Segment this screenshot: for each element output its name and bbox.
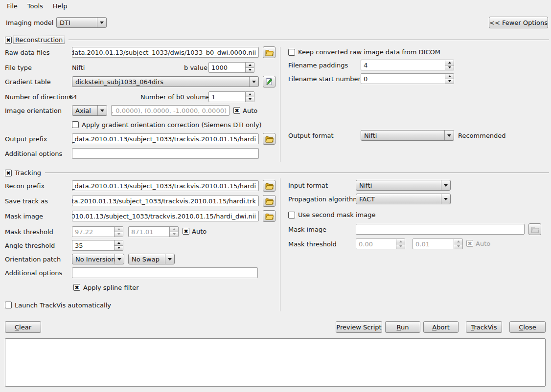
orientation-auto-checkbox[interactable]: ✖ [233, 107, 240, 114]
keep-converted-checkbox[interactable] [288, 49, 295, 56]
imaging-model-value: DTI [57, 19, 97, 26]
tracking-group-line [45, 173, 549, 173]
second-mask-image-label: Mask image [288, 226, 326, 233]
folder-icon [265, 49, 274, 56]
chevron-down-icon [115, 254, 124, 264]
spin-down-icon[interactable] [246, 97, 254, 102]
check-mark: ✖ [74, 285, 79, 290]
second-mask-threshold-high-value: 0.01 [413, 239, 454, 249]
file-type-label: File type [5, 64, 32, 71]
image-orientation-value: Axial [72, 107, 97, 114]
second-mask-image-input[interactable] [356, 224, 525, 235]
spin-up-icon [454, 239, 462, 244]
raw-data-files-value: st_data.2010.01.13/subject_1033/dwis/103… [72, 49, 256, 56]
tracking-enable-checkbox[interactable]: ✖ [5, 170, 12, 176]
swap-value: No Swap [129, 256, 165, 263]
trackvis-button-label: TrackVis [471, 324, 497, 331]
tracking-additional-options-input[interactable] [72, 267, 258, 278]
second-mask-threshold-auto-label: Auto [476, 240, 490, 247]
apply-spline-filter-checkbox[interactable]: ✖ [73, 284, 80, 291]
propagation-algorithm-select[interactable]: FACT [356, 194, 451, 204]
output-prefix-input[interactable]: st_data.2010.01.13/subject_1033/trackvis… [72, 133, 259, 144]
output-prefix-label: Output prefix [5, 135, 47, 143]
gradient-table-select[interactable]: dickstein_subj1033_064dirs [72, 76, 259, 87]
spin-up-icon [170, 227, 178, 232]
chevron-down-icon [444, 131, 454, 140]
gradient-table-edit-button[interactable] [263, 76, 276, 87]
spin-up-icon[interactable] [445, 74, 454, 79]
spin-down-icon[interactable] [115, 246, 123, 251]
keep-converted-label: Keep converted raw image data from DICOM [298, 48, 440, 56]
trackvis-button[interactable]: TrackVis [466, 321, 502, 333]
abort-button[interactable]: Abort [423, 321, 459, 333]
swap-select[interactable]: No Swap [128, 254, 175, 264]
use-second-mask-checkbox[interactable] [288, 212, 295, 218]
mask-image-input[interactable]: .2010.01.13/subject_1033/trackvis.2010.0… [72, 211, 259, 221]
preview-script-button[interactable]: Preview Script [336, 321, 382, 333]
mask-image-value: .2010.01.13/subject_1033/trackvis.2010.0… [72, 213, 256, 220]
inversion-select[interactable]: No Inversion [72, 254, 124, 264]
save-track-as-input[interactable]: ata.2010.01.13/subject_1033/trackvis.201… [72, 196, 259, 206]
save-track-as-value: ata.2010.01.13/subject_1033/trackvis.201… [72, 197, 256, 205]
spin-down-icon[interactable] [445, 65, 454, 70]
raw-data-files-browse-button[interactable] [263, 46, 276, 58]
propagation-algorithm-value: FACT [356, 196, 441, 203]
spin-up-icon[interactable] [246, 92, 254, 97]
apply-spline-filter-label: Apply spline filter [83, 284, 139, 291]
recon-prefix-input[interactable]: st_data.2010.01.13/subject_1033/trackvis… [72, 180, 259, 191]
reconstruction-group-line [69, 40, 549, 40]
spin-up-icon[interactable] [445, 60, 454, 65]
recon-additional-options-input[interactable] [72, 148, 259, 159]
spin-down-icon[interactable] [246, 68, 254, 73]
raw-data-files-input[interactable]: st_data.2010.01.13/subject_1033/dwis/103… [72, 47, 259, 58]
filename-paddings-spinner[interactable]: 4 [361, 60, 454, 70]
mask-threshold-auto-checkbox[interactable]: ✖ [183, 228, 189, 235]
spin-down-icon[interactable] [445, 79, 454, 84]
b-value-spinner[interactable]: 1000 [208, 62, 254, 73]
orientation-auto-label: Auto [243, 107, 257, 114]
clear-button-label: Clear [15, 324, 31, 331]
menu-file[interactable]: File [2, 1, 23, 11]
spin-up-icon[interactable] [246, 63, 254, 68]
filename-start-number-spinner[interactable]: 0 [361, 73, 454, 84]
output-format-select[interactable]: Nifti [361, 130, 454, 141]
check-mark: ✖ [184, 229, 188, 234]
second-mask-image-browse-button [528, 223, 541, 235]
b-value-label: b value [184, 64, 207, 71]
inversion-value: No Inversion [72, 256, 115, 263]
imaging-model-select[interactable]: DTI [56, 17, 107, 28]
reconstruction-enable-checkbox[interactable]: ✖ [5, 37, 12, 44]
recon-prefix-value: st_data.2010.01.13/subject_1033/trackvis… [72, 182, 256, 190]
output-prefix-browse-button[interactable] [263, 133, 276, 145]
chevron-down-icon [165, 254, 174, 264]
angle-threshold-spinner[interactable]: 35 [72, 240, 123, 251]
output-format-label: Output format [288, 132, 334, 139]
menu-tools[interactable]: Tools [23, 1, 48, 11]
preview-script-button-label: Preview Script [336, 324, 381, 331]
folder-icon [265, 135, 274, 143]
run-button-label: Run [397, 324, 409, 331]
chevron-down-icon [97, 18, 106, 27]
run-button[interactable]: Run [385, 321, 420, 333]
recon-prefix-label: Recon prefix [5, 182, 45, 190]
fewer-options-button[interactable]: << Fewer Options [489, 17, 548, 28]
gradient-correction-checkbox[interactable] [72, 121, 79, 128]
menu-help[interactable]: Help [48, 1, 72, 11]
recon-prefix-browse-button[interactable] [263, 180, 276, 192]
clear-button[interactable]: Clear [5, 321, 41, 333]
number-of-b0-volumes-label: Number of b0 volumes [140, 93, 213, 101]
orientation-matrix-value: 0, 0.0000), (0.0000, -1.0000, 0.0000) [111, 107, 227, 114]
mask-image-browse-button[interactable] [263, 210, 276, 222]
angle-threshold-label: Angle threshold [5, 242, 55, 249]
number-of-b0-volumes-spinner[interactable]: 1 [208, 91, 254, 102]
save-track-as-browse-button[interactable] [263, 195, 276, 207]
input-format-select[interactable]: Nifti [356, 180, 451, 191]
close-button[interactable]: Close [509, 321, 546, 333]
output-console[interactable] [5, 338, 546, 387]
output-prefix-value: st_data.2010.01.13/subject_1033/trackvis… [72, 135, 256, 143]
spin-up-icon[interactable] [115, 240, 123, 246]
edit-icon [265, 78, 273, 86]
launch-trackvis-checkbox[interactable] [5, 302, 12, 308]
image-orientation-select[interactable]: Axial [72, 105, 107, 116]
mask-threshold-auto-label: Auto [192, 228, 207, 235]
